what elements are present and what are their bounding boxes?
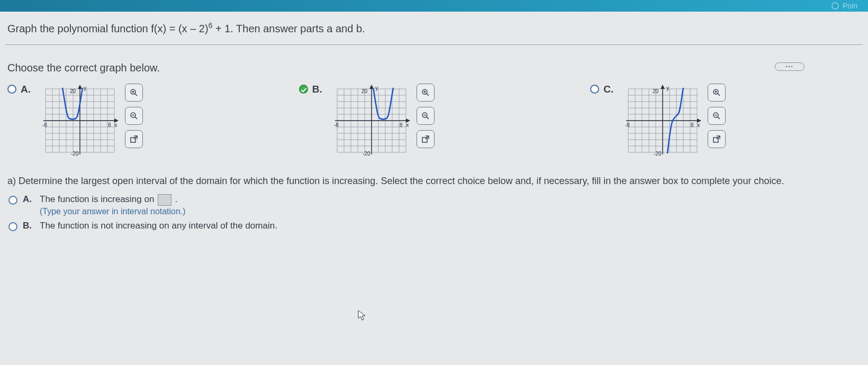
y-axis-label: y bbox=[84, 85, 87, 91]
graph-b: y x 20 -20 -8 8 bbox=[332, 84, 411, 158]
popout-icon bbox=[421, 134, 430, 144]
popout-icon bbox=[129, 134, 139, 144]
radio-b[interactable] bbox=[299, 85, 308, 94]
zoom-in-icon bbox=[421, 88, 430, 97]
title-bar: Poin bbox=[0, 0, 868, 12]
question-panel: Graph the polynomial function f(x) = (x … bbox=[0, 12, 868, 365]
sub-a-hint: (Type your answer in interval notation.) bbox=[40, 207, 186, 216]
choice-b-label: B. bbox=[312, 84, 328, 95]
zoom-out-icon bbox=[129, 111, 139, 121]
zoom-out-icon bbox=[712, 111, 721, 121]
zoom-out-button[interactable] bbox=[125, 107, 143, 125]
instruction-text: Choose the correct graph below. bbox=[5, 50, 863, 84]
zoom-in-button[interactable] bbox=[708, 84, 726, 102]
svg-text:-8: -8 bbox=[334, 122, 339, 128]
points-label: Poin bbox=[843, 2, 857, 10]
question-text: Graph the polynomial function f(x) = (x … bbox=[5, 20, 863, 44]
svg-text:20: 20 bbox=[70, 88, 76, 94]
svg-point-0 bbox=[832, 3, 838, 9]
popout-icon bbox=[712, 134, 721, 144]
svg-text:8: 8 bbox=[400, 122, 403, 128]
svg-text:y: y bbox=[666, 85, 670, 91]
circle-icon bbox=[831, 2, 839, 10]
zoom-out-icon bbox=[421, 111, 430, 121]
popout-button[interactable] bbox=[125, 130, 143, 148]
sub-choice-a: A. The function is increasing on . (Type… bbox=[8, 194, 863, 216]
graph-c: y x 20 -20 -8 8 bbox=[623, 84, 702, 158]
svg-text:-20: -20 bbox=[363, 151, 370, 157]
radio-sub-b[interactable] bbox=[8, 222, 17, 231]
svg-marker-104 bbox=[661, 85, 665, 89]
svg-line-32 bbox=[135, 94, 137, 96]
svg-text:-20: -20 bbox=[654, 151, 662, 157]
choice-c: C. y x 20 -20 -8 bbox=[590, 84, 861, 158]
choice-a-label: A. bbox=[21, 84, 36, 95]
part-a-choices: A. The function is increasing on . (Type… bbox=[5, 194, 863, 231]
svg-line-114 bbox=[718, 94, 720, 96]
svg-text:-8: -8 bbox=[625, 122, 630, 128]
part-a-text: a) Determine the largest open interval o… bbox=[5, 168, 863, 194]
svg-line-73 bbox=[427, 94, 429, 96]
points-indicator: Poin bbox=[831, 2, 857, 10]
svg-text:8: 8 bbox=[108, 122, 111, 128]
zoom-out-button[interactable] bbox=[417, 107, 435, 125]
zoom-in-button[interactable] bbox=[125, 84, 143, 102]
svg-marker-24 bbox=[78, 85, 82, 89]
radio-a[interactable] bbox=[7, 85, 16, 94]
choice-c-label: C. bbox=[603, 84, 619, 95]
interval-input[interactable] bbox=[158, 194, 171, 206]
graph-choices: A. y x bbox=[5, 84, 863, 168]
graph-a: y x 20 -20 -8 8 bbox=[40, 84, 120, 158]
radio-sub-a[interactable] bbox=[8, 196, 17, 205]
zoom-in-icon bbox=[129, 88, 139, 97]
zoom-in-icon bbox=[712, 88, 721, 97]
radio-c[interactable] bbox=[590, 85, 599, 94]
svg-line-36 bbox=[135, 117, 137, 119]
sub-choice-b: B. The function is not increasing on any… bbox=[8, 221, 863, 231]
svg-text:x: x bbox=[406, 122, 409, 128]
svg-text:20: 20 bbox=[653, 88, 659, 94]
popout-button[interactable] bbox=[417, 130, 435, 148]
svg-text:-8: -8 bbox=[42, 122, 47, 128]
choice-b: B. y x 20 -20 -8 bbox=[299, 84, 569, 158]
choice-a: A. y x bbox=[7, 84, 278, 158]
zoom-in-button[interactable] bbox=[417, 84, 435, 102]
zoom-out-button[interactable] bbox=[708, 107, 726, 125]
svg-text:y: y bbox=[375, 85, 378, 91]
svg-text:20: 20 bbox=[361, 88, 368, 94]
sub-a-before: The function is increasing on bbox=[40, 194, 157, 204]
svg-line-77 bbox=[427, 117, 429, 119]
svg-line-118 bbox=[718, 117, 720, 119]
svg-text:x: x bbox=[697, 122, 700, 128]
svg-text:8: 8 bbox=[691, 122, 694, 128]
popout-button[interactable] bbox=[708, 130, 726, 148]
sub-b-text: The function is not increasing on any in… bbox=[40, 221, 277, 231]
sub-a-after: . bbox=[175, 194, 178, 204]
divider bbox=[5, 44, 863, 45]
x-axis-label: x bbox=[114, 122, 117, 128]
svg-text:-20: -20 bbox=[71, 151, 79, 157]
expand-button[interactable]: ••• bbox=[775, 62, 804, 71]
